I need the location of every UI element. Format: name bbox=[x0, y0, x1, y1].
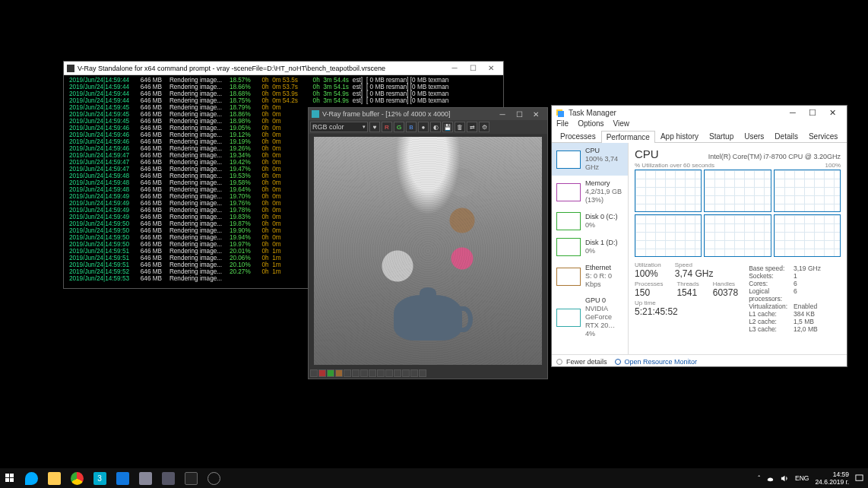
sidebar-item-disk[interactable]: Disk 0 (C:)0% bbox=[552, 208, 628, 234]
status-icon[interactable] bbox=[352, 369, 360, 377]
green-channel-button[interactable]: G bbox=[394, 122, 404, 132]
heart-icon[interactable]: ♥ bbox=[369, 122, 380, 132]
app-icon[interactable] bbox=[157, 468, 179, 488]
blue-channel-button[interactable]: B bbox=[406, 122, 417, 132]
minimize-button[interactable]: ─ bbox=[494, 110, 511, 119]
tab-users[interactable]: Users bbox=[739, 130, 769, 142]
cpu-model: Intel(R) Core(TM) i7-8700 CPU @ 3.20GHz bbox=[708, 153, 841, 160]
status-icon[interactable] bbox=[318, 369, 326, 377]
vfb-icon bbox=[312, 110, 319, 118]
status-icon[interactable] bbox=[410, 369, 418, 377]
maximize-button[interactable]: ☐ bbox=[803, 108, 822, 118]
windows-icon bbox=[5, 474, 14, 483]
minimize-button[interactable]: ─ bbox=[445, 64, 464, 72]
notification-icon[interactable] bbox=[855, 474, 863, 483]
onedrive-icon[interactable] bbox=[766, 474, 775, 483]
teapot-render bbox=[394, 295, 462, 341]
switch-button[interactable]: ◐ bbox=[430, 122, 441, 132]
app-icon[interactable] bbox=[134, 468, 157, 488]
handles-value: 60378 bbox=[713, 287, 738, 298]
minimize-button[interactable]: ─ bbox=[783, 108, 803, 117]
edge-icon[interactable] bbox=[20, 468, 43, 488]
save-icon[interactable]: 💾 bbox=[442, 122, 453, 132]
render-viewport[interactable] bbox=[314, 137, 542, 365]
threads-value: 1541 bbox=[676, 287, 699, 298]
status-icon[interactable] bbox=[402, 369, 410, 377]
status-icon[interactable] bbox=[310, 369, 318, 377]
svg-rect-4 bbox=[856, 474, 863, 480]
status-icon[interactable] bbox=[327, 369, 334, 377]
console-title: V-Ray Standalone for x64 command prompt … bbox=[78, 65, 385, 72]
tray-chevron-icon[interactable]: ˆ bbox=[758, 474, 760, 482]
tab-processes[interactable]: Processes bbox=[555, 130, 601, 142]
sidebar-item-disk[interactable]: Disk 1 (D:)0% bbox=[552, 234, 628, 260]
status-icon[interactable] bbox=[344, 369, 351, 377]
clock[interactable]: 14:59 24.6.2019 г. bbox=[815, 471, 849, 486]
tm-sidebar: CPU100% 3,74 GHz Memory4,2/31,9 GB (13%)… bbox=[552, 143, 629, 354]
graph-max: 100% bbox=[825, 162, 841, 169]
sidebar-item-cpu[interactable]: CPU100% 3,74 GHz bbox=[552, 143, 628, 176]
resmon-icon bbox=[615, 359, 621, 365]
maximize-button[interactable]: ☐ bbox=[511, 110, 527, 119]
menu-options[interactable]: Options bbox=[578, 119, 603, 130]
status-icon[interactable] bbox=[419, 369, 426, 377]
mono-button[interactable]: ● bbox=[418, 122, 429, 132]
tab-services[interactable]: Services bbox=[803, 130, 843, 142]
menu-view[interactable]: View bbox=[613, 119, 630, 130]
svg-rect-2 bbox=[5, 478, 9, 482]
system-tray: ˆ ENG 14:59 24.6.2019 г. bbox=[758, 471, 868, 486]
start-button[interactable] bbox=[0, 468, 20, 488]
explorer-icon[interactable] bbox=[43, 468, 65, 488]
3dsmax-icon[interactable]: 3 bbox=[88, 468, 111, 488]
close-button[interactable]: ✕ bbox=[482, 64, 500, 72]
volume-icon[interactable] bbox=[781, 474, 789, 483]
svg-rect-0 bbox=[5, 474, 9, 477]
status-icon[interactable] bbox=[385, 369, 393, 377]
maximize-button[interactable]: ☐ bbox=[464, 64, 482, 72]
core-graph bbox=[774, 170, 841, 212]
vfb-toolbar: RGB color ♥ R G B ● ◐ 💾 🗑 ⇄ ⚙ bbox=[309, 120, 547, 134]
clear-icon[interactable]: 🗑 bbox=[455, 122, 465, 132]
sidebar-item-gpu[interactable]: GPU 0NVIDIA GeForce RTX 20… 4% bbox=[552, 293, 628, 342]
status-icon[interactable] bbox=[369, 369, 376, 377]
tm-footer: Fewer details Open Resource Monitor bbox=[552, 354, 847, 368]
tab-performance[interactable]: Performance bbox=[601, 131, 655, 143]
close-button[interactable]: ✕ bbox=[527, 110, 544, 119]
tab-app-history[interactable]: App history bbox=[655, 130, 704, 142]
app-icon[interactable] bbox=[111, 468, 134, 488]
vray-frame-buffer-window: V-Ray frame buffer - [12% of 4000 x 4000… bbox=[308, 107, 548, 379]
core-graph bbox=[635, 214, 702, 257]
sidebar-item-mem[interactable]: Memory4,2/31,9 GB (13%) bbox=[552, 176, 628, 208]
processes-value: 150 bbox=[635, 287, 663, 298]
menu-file[interactable]: File bbox=[556, 119, 569, 130]
sidebar-item-eth[interactable]: EthernetS: 0 R: 0 Kbps bbox=[552, 260, 628, 293]
open-resource-monitor-link[interactable]: Open Resource Monitor bbox=[615, 358, 698, 366]
fewer-details-button[interactable]: Fewer details bbox=[556, 358, 607, 366]
cpu-heading: CPU bbox=[635, 147, 659, 160]
tm-titlebar[interactable]: Task Manager ─ ☐ ✕ bbox=[552, 106, 847, 119]
console-icon bbox=[67, 65, 74, 72]
utilization-value: 100% bbox=[635, 268, 661, 279]
language-indicator[interactable]: ENG bbox=[795, 474, 809, 482]
close-button[interactable]: ✕ bbox=[822, 108, 842, 118]
status-icon[interactable] bbox=[377, 369, 385, 377]
tab-startup[interactable]: Startup bbox=[704, 130, 739, 142]
tab-details[interactable]: Details bbox=[769, 130, 803, 142]
status-icon[interactable] bbox=[335, 369, 343, 377]
collapse-icon bbox=[556, 359, 562, 365]
app-icon[interactable] bbox=[202, 468, 225, 488]
svg-rect-3 bbox=[10, 478, 14, 482]
status-icon[interactable] bbox=[394, 369, 401, 377]
settings-icon[interactable]: ⚙ bbox=[479, 122, 489, 132]
chrome-icon[interactable] bbox=[65, 468, 88, 488]
red-channel-button[interactable]: R bbox=[382, 122, 392, 132]
channel-dropdown[interactable]: RGB color bbox=[310, 122, 368, 132]
status-icon[interactable] bbox=[360, 369, 368, 377]
core-graph bbox=[704, 170, 771, 212]
taskbar: 3 ˆ ENG 14:59 24.6.2019 г. bbox=[0, 468, 868, 488]
vfb-titlebar[interactable]: V-Ray frame buffer - [12% of 4000 x 4000… bbox=[309, 108, 547, 120]
console-titlebar[interactable]: V-Ray Standalone for x64 command prompt … bbox=[64, 62, 503, 75]
cmd-icon[interactable] bbox=[179, 468, 202, 488]
link-icon[interactable]: ⇄ bbox=[467, 122, 477, 132]
tm-tabs: Processes Performance App history Startu… bbox=[552, 130, 847, 143]
